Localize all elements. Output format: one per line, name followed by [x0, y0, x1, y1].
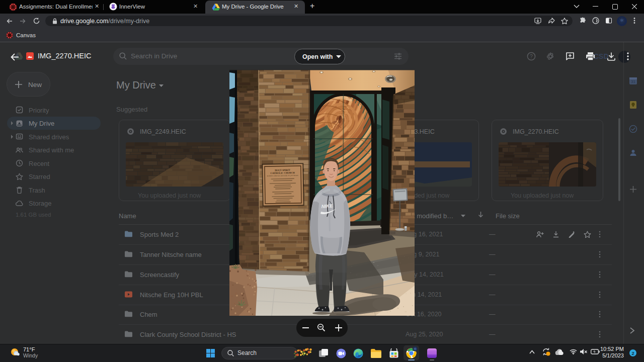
svg-text:NIKE: NIKE: [321, 203, 333, 209]
svg-text:31: 31: [631, 79, 635, 84]
svg-text:?: ?: [530, 53, 533, 59]
